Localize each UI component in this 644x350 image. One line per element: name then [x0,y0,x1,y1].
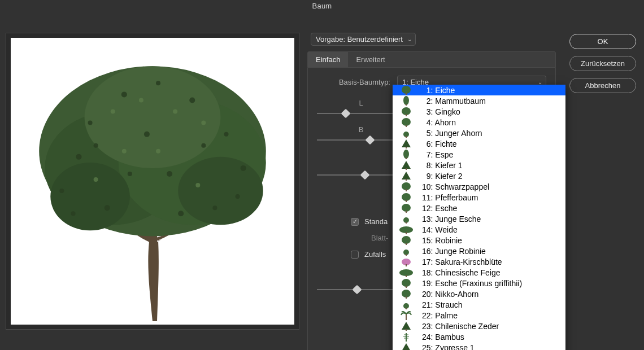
svg-point-19 [167,171,172,177]
option-label: 5: Junger Ahorn [422,129,482,138]
svg-point-24 [111,110,115,114]
svg-point-31 [122,149,127,154]
svg-point-26 [173,110,177,114]
svg-point-38 [402,118,411,126]
tree-icon [395,224,417,235]
svg-point-3 [85,66,221,168]
option-label: 22: Palme [422,311,458,320]
tree-icon [395,256,417,267]
tree-icon [395,106,417,117]
basetype-option[interactable]: 1: Eiche [393,85,565,95]
basetype-option[interactable]: 5: Junger Ahorn [393,128,565,138]
basetype-option[interactable]: 14: Weide [393,224,565,235]
checkbox-zufalls-label: Zufalls [364,250,386,259]
svg-rect-73 [406,308,407,309]
tree-icon [395,246,417,256]
basetype-option[interactable]: 11: Pfefferbaum [393,192,565,203]
basetype-option[interactable]: 3: Gingko [393,106,565,117]
tree-icon [395,192,417,203]
svg-marker-48 [402,172,411,180]
option-label: 23: Chilenische Zeder [422,322,499,331]
basetype-option[interactable]: 25: Zypresse 1 [393,342,565,350]
partial-label-blatt: Blatt- [371,234,388,242]
option-label: 1: Eiche [422,86,455,95]
tree-icon [395,310,417,321]
basetype-option[interactable]: 20: Nikko-Ahorn [393,288,565,299]
svg-rect-33 [406,93,407,95]
preset-dropdown[interactable]: Vorgabe: Benutzerdefiniert ⌄ [311,33,416,46]
svg-point-29 [195,183,200,187]
basetype-option[interactable]: 12: Esche [393,203,565,213]
basetype-option[interactable]: 15: Robinie [393,235,565,246]
svg-marker-81 [402,343,411,351]
tree-icon [395,203,417,213]
option-label: 3: Gingko [422,107,460,116]
svg-rect-45 [406,158,407,159]
svg-marker-46 [402,161,411,169]
checkbox-standa[interactable]: ✓ [351,218,359,226]
reset-button[interactable]: Zurücksetzen [569,56,636,71]
basetype-option[interactable]: 6: Fichte [393,138,565,149]
svg-rect-53 [406,200,407,202]
basetype-option[interactable]: 13: Junge Esche [393,213,565,224]
preview-frame [6,33,299,330]
svg-point-34 [403,96,409,105]
basetype-option[interactable]: 22: Palme [393,310,565,321]
basetype-option[interactable]: 23: Chilenische Zeder [393,321,565,331]
tree-icon [395,321,417,331]
basetype-option[interactable]: 17: Sakura-Kirschblüte [393,256,565,267]
chevron-down-icon: ⌄ [538,78,542,85]
svg-rect-57 [406,222,407,224]
basetype-option[interactable]: 8: Kiefer 1 [393,160,565,170]
tree-icon [395,288,417,299]
basetype-option[interactable]: 7: Espe [393,149,565,160]
svg-point-50 [402,182,411,190]
svg-point-22 [236,194,240,199]
basetype-options-list[interactable]: 1: Eiche 2: Mammutbaum 3: Gingko 4: Ahor… [393,85,565,350]
basetype-option[interactable]: 4: Ahorn [393,117,565,128]
option-label: 9: Kiefer 2 [422,172,463,181]
svg-point-60 [402,236,411,244]
tree-icon [395,181,417,192]
svg-point-28 [94,177,98,182]
svg-point-70 [402,290,411,298]
basetype-option[interactable]: 9: Kiefer 2 [393,170,565,181]
basetype-option[interactable]: 24: Bambus [393,331,565,342]
svg-point-21 [201,143,206,148]
svg-rect-41 [406,136,407,138]
svg-point-20 [94,143,98,148]
basetype-option[interactable]: 19: Esche (Fraxinus griffithii) [393,278,565,288]
svg-rect-43 [406,147,407,148]
tab-advanced[interactable]: Erweitert [348,52,393,67]
svg-rect-49 [406,179,407,181]
svg-point-16 [212,205,217,210]
svg-point-23 [71,211,75,216]
tab-simple[interactable]: Einfach [308,52,348,67]
tree-icon [395,235,417,246]
svg-point-15 [178,211,184,216]
basetype-option[interactable]: 18: Chinesische Feige [393,267,565,278]
basetype-option[interactable]: 10: Schwarzpappel [393,181,565,192]
svg-point-44 [403,150,409,159]
option-label: 19: Esche (Fraxinus griffithii) [422,279,522,288]
tree-icon [395,299,417,310]
svg-point-25 [139,98,143,102]
svg-point-68 [402,279,411,287]
basetype-option[interactable]: 21: Strauch [393,299,565,310]
cancel-button[interactable]: Abbrechen [569,78,636,93]
ok-button[interactable]: OK [569,34,636,49]
svg-rect-71 [406,296,407,299]
option-label: 11: Pfefferbaum [422,193,478,202]
basetype-option[interactable]: 16: Junge Robinie [393,246,565,256]
svg-rect-55 [406,211,407,213]
tree-icon [395,170,417,181]
svg-rect-39 [406,125,407,127]
svg-rect-47 [406,168,407,170]
basetype-option[interactable]: 2: Mammutbaum [393,95,565,106]
svg-rect-65 [406,264,407,266]
svg-rect-69 [406,286,407,288]
checkbox-zufalls[interactable] [351,251,359,259]
svg-marker-42 [402,139,411,147]
svg-point-27 [201,121,206,125]
option-label: 8: Kiefer 1 [422,161,463,170]
